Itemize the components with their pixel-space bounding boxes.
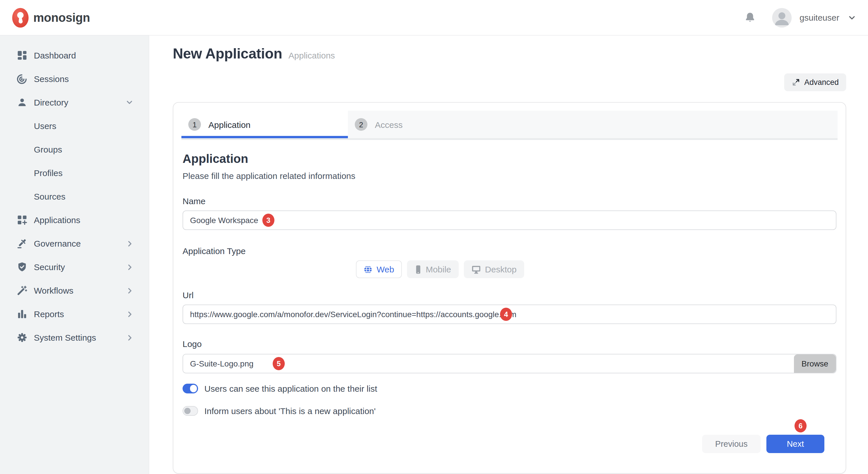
bar-chart-icon bbox=[16, 308, 28, 320]
toggle-visible-to-users[interactable] bbox=[183, 384, 198, 394]
sidebar-item-label: Profiles bbox=[34, 168, 63, 178]
sidebar-item-directory[interactable]: Directory bbox=[0, 91, 149, 114]
applications-icon bbox=[16, 214, 28, 226]
advanced-button[interactable]: Advanced bbox=[784, 73, 846, 91]
sidebar-item-label: Users bbox=[34, 121, 56, 131]
tab-label: Application bbox=[208, 120, 251, 129]
sidebar-item-profiles[interactable]: Profiles bbox=[0, 161, 149, 185]
chevron-right-icon bbox=[126, 310, 134, 318]
toggle-inform-users[interactable] bbox=[183, 406, 198, 416]
sidebar-item-label: Reports bbox=[34, 309, 64, 319]
sidebar-item-applications[interactable]: Applications bbox=[0, 208, 149, 232]
expand-icon bbox=[792, 78, 800, 87]
browse-button[interactable]: Browse bbox=[794, 354, 836, 373]
sidebar-item-label: Groups bbox=[34, 144, 62, 154]
governance-icon bbox=[16, 238, 28, 249]
avatar[interactable] bbox=[772, 8, 792, 27]
main-content: New Application Applications Advanced bbox=[149, 36, 868, 474]
username[interactable]: gsuiteuser bbox=[800, 12, 839, 22]
sidebar-item-label: Governance bbox=[34, 239, 81, 248]
sidebar-item-label: Workflows bbox=[34, 285, 73, 295]
gear-icon bbox=[16, 332, 28, 343]
wizard-footer: 6 Previous Next bbox=[183, 435, 836, 453]
sidebar-item-label: Directory bbox=[34, 98, 68, 107]
sessions-icon bbox=[16, 73, 28, 84]
sidebar-item-workflows[interactable]: Workflows bbox=[0, 279, 149, 302]
section-subheading: Please fill the application related info… bbox=[183, 171, 836, 181]
chevron-right-icon bbox=[126, 263, 134, 271]
step-number: 2 bbox=[355, 118, 367, 131]
brand-name: monosign bbox=[33, 11, 90, 24]
section-heading: Application bbox=[183, 152, 836, 166]
tab-application[interactable]: 1 Application bbox=[181, 111, 348, 138]
brand-logo[interactable]: monosign bbox=[0, 7, 90, 28]
chevron-right-icon bbox=[126, 239, 134, 247]
previous-button[interactable]: Previous bbox=[702, 435, 761, 453]
sidebar-item-sessions[interactable]: Sessions bbox=[0, 67, 149, 91]
mobile-icon bbox=[414, 265, 422, 274]
toggle-label: Users can see this application on the th… bbox=[205, 384, 377, 394]
toggle-label: Inform users about 'This is a new applic… bbox=[205, 406, 376, 416]
sidebar-item-system-settings[interactable]: System Settings bbox=[0, 326, 149, 349]
chevron-down-icon[interactable] bbox=[847, 13, 857, 22]
type-option-web[interactable]: Web bbox=[356, 260, 402, 278]
sidebar: Dashboard Sessions Directory bbox=[0, 36, 149, 474]
chevron-down-icon bbox=[125, 98, 134, 107]
top-header: monosign gsuiteuser bbox=[0, 0, 868, 36]
tabs-divider bbox=[181, 138, 838, 140]
chevron-right-icon bbox=[126, 334, 134, 341]
chevron-right-icon bbox=[126, 286, 134, 295]
directory-icon bbox=[16, 97, 28, 108]
application-type-label: Application Type bbox=[183, 246, 836, 256]
step-number: 1 bbox=[188, 118, 201, 131]
sidebar-item-label: Sources bbox=[34, 192, 65, 201]
shield-check-icon bbox=[16, 261, 28, 273]
type-option-desktop[interactable]: Desktop bbox=[464, 260, 524, 278]
new-application-card: 1 Application 2 Access Application Pleas… bbox=[173, 102, 846, 474]
sidebar-item-dashboard[interactable]: Dashboard bbox=[0, 43, 149, 67]
sidebar-item-label: Dashboard bbox=[34, 50, 76, 60]
url-label: Url bbox=[183, 290, 836, 300]
page-title: New Application bbox=[173, 45, 282, 62]
sidebar-item-sources[interactable]: Sources bbox=[0, 185, 149, 208]
annotation-badge-3: 3 bbox=[262, 214, 274, 227]
next-button[interactable]: Next bbox=[766, 435, 825, 453]
sidebar-item-users[interactable]: Users bbox=[0, 114, 149, 138]
annotation-badge-6: 6 bbox=[795, 419, 807, 432]
sidebar-item-label: Sessions bbox=[34, 74, 69, 84]
breadcrumb: Applications bbox=[288, 50, 335, 60]
annotation-badge-5: 5 bbox=[273, 357, 285, 370]
sidebar-item-label: Security bbox=[34, 262, 65, 272]
magic-wand-icon bbox=[16, 285, 28, 296]
app-window: monosign gsuiteuser bbox=[0, 0, 868, 474]
tab-label: Access bbox=[375, 120, 403, 129]
sidebar-item-label: Applications bbox=[34, 215, 81, 225]
name-label: Name bbox=[183, 196, 836, 206]
sidebar-item-label: System Settings bbox=[34, 333, 96, 342]
bell-icon[interactable] bbox=[744, 11, 756, 24]
logo-label: Logo bbox=[183, 339, 836, 349]
type-option-mobile[interactable]: Mobile bbox=[407, 260, 458, 278]
page-header: New Application Applications bbox=[173, 45, 846, 62]
sidebar-item-groups[interactable]: Groups bbox=[0, 138, 149, 161]
application-type-options: Web Mobile bbox=[356, 260, 836, 278]
monosign-logo-icon bbox=[11, 7, 29, 28]
sidebar-item-reports[interactable]: Reports bbox=[0, 302, 149, 326]
tab-access[interactable]: 2 Access bbox=[348, 111, 838, 138]
annotation-badge-4: 4 bbox=[500, 308, 512, 321]
dashboard-icon bbox=[16, 49, 28, 61]
desktop-icon bbox=[471, 265, 481, 274]
name-input[interactable] bbox=[183, 210, 836, 230]
sidebar-item-governance[interactable]: Governance bbox=[0, 232, 149, 255]
sidebar-item-security[interactable]: Security bbox=[0, 255, 149, 279]
wizard-tabs: 1 Application 2 Access bbox=[181, 111, 838, 138]
globe-icon bbox=[363, 265, 373, 274]
